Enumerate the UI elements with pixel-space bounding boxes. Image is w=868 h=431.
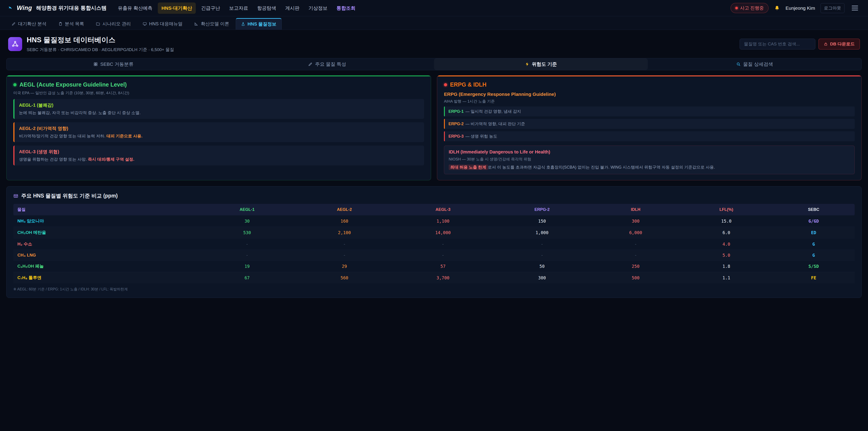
db-download-button[interactable]: DB 다운로드 <box>818 39 860 50</box>
aegl-panel-subtitle: 미국 EPA — 일반인 급성 노출 기준 (10분, 30분, 60분, 4시… <box>13 90 424 96</box>
aegl-level-3: AEGL-3 (생명 위협) 생명을 위협하는 건강 영향 또는 사망. 즉시 … <box>13 146 424 165</box>
section-tab-search[interactable]: 물질 상세검색 <box>648 58 862 70</box>
col-erpg2: ERPG-2 <box>493 204 591 215</box>
idlh-subtitle: NIOSH — 30분 노출 시 생명/건강에 즉각적 위험 <box>449 157 850 162</box>
erpg-level-3: ERPG-3— 생명 위험 농도 <box>444 131 855 141</box>
table-cell: 300 <box>591 215 680 227</box>
subtab-model-theory[interactable]: 확산모델 이론 <box>189 18 235 30</box>
table-cell: 30 <box>198 215 296 227</box>
section-tabbar: SEBC 거동분류 주요 물질 특성 위험도 기준 물질 상세검색 <box>6 58 862 70</box>
table-cell: 1,000 <box>493 227 591 239</box>
subtab-label: 분석 목록 <box>65 21 84 27</box>
table-cell: 150 <box>493 215 591 227</box>
table-cell: - <box>296 250 393 260</box>
section-tab-properties[interactable]: 주요 물질 특성 <box>220 58 434 70</box>
subtab-label: HNS 대응매뉴얼 <box>149 21 183 27</box>
erpg-level-1: ERPG-1— 일시적 건강 영향, 냄새 감지 <box>444 106 855 116</box>
idlh-title: IDLH (Immediately Dangerous to Life or H… <box>449 149 850 155</box>
table-row-methanol: CH₃OH 메탄올 530 2,100 14,000 1,000 6,000 6… <box>13 227 855 239</box>
table-cell: 1,100 <box>393 215 493 227</box>
nav-item-integrated-search[interactable]: 통합조회 <box>333 2 359 14</box>
table-cell: G <box>773 250 855 260</box>
aegl-level-2: AEGL-2 (비가역적 영향) 비가역적/장기적 건강 영향 또는 대피 능력… <box>13 122 424 142</box>
bolt-icon <box>525 62 529 66</box>
user-name[interactable]: Eunjeong Kim <box>785 5 815 11</box>
table-row-phenol: C₆H₅OH 페놀 19 29 57 50 250 1.8 S/SD <box>13 260 855 272</box>
section-tab-sebc[interactable]: SEBC 거동분류 <box>6 58 220 70</box>
page-title: HNS 물질정보 데이터베이스 <box>27 35 174 45</box>
table-cell: 250 <box>591 260 680 272</box>
section-tab-label: 물질 상세검색 <box>743 61 773 67</box>
subtab-hns-substance-info[interactable]: HNS 물질정보 <box>236 18 282 30</box>
logout-button[interactable]: 로그아웃 <box>820 3 844 13</box>
brand[interactable]: Wing 해양환경 위기대응 통합시스템 <box>8 4 107 11</box>
table-cell: - <box>493 250 591 260</box>
subtab-dispersion-analysis[interactable]: 대기확산 분석 <box>6 18 52 30</box>
app-title: 해양환경 위기대응 통합시스템 <box>36 4 107 11</box>
table-cell: 15.0 <box>680 215 773 227</box>
menu-icon[interactable] <box>850 4 860 12</box>
table-cell: 67 <box>198 272 296 284</box>
criteria-panels: AEGL (Acute Exposure Guideline Level) 미국… <box>6 75 862 180</box>
nav-item-reports[interactable]: 보고자료 <box>225 2 252 14</box>
substance-name: C₆H₅OH 페놀 <box>13 260 198 272</box>
grid-icon <box>93 62 98 66</box>
nav-item-aerial-search[interactable]: 항공탐색 <box>254 2 280 14</box>
nav-item-weather[interactable]: 기상정보 <box>305 2 331 14</box>
wing-logo-icon <box>8 5 14 11</box>
table-cell: 6,000 <box>591 227 680 239</box>
page-title-block: HNS 물질정보 데이터베이스 SEBC 거동분류 · CHRIS/CAMEO … <box>27 35 174 53</box>
subtab-label: HNS 물질정보 <box>248 21 276 27</box>
table-cell: 160 <box>296 215 393 227</box>
substance-name: C₇H₈ 톨루엔 <box>13 272 198 284</box>
aegl-level-desc: 비가역적/장기적 건강 영향 또는 대피 능력 저하. 대피 기준으로 사용. <box>19 133 420 139</box>
bell-icon[interactable] <box>774 5 780 11</box>
brand-logo-text: Wing <box>17 4 32 11</box>
col-aegl2: AEGL-2 <box>296 204 393 215</box>
molecule-icon <box>8 37 22 51</box>
db-download-label: DB 다운로드 <box>830 41 855 47</box>
table-cell: 50 <box>493 260 591 272</box>
lock-icon <box>824 42 828 46</box>
table-cell: - <box>296 239 393 250</box>
table-cell: 57 <box>393 260 493 272</box>
navbar-right: 사고 진행중 Eunjeong Kim 로그아웃 <box>731 3 860 13</box>
subtab-scenario-management[interactable]: 시나리오 관리 <box>91 18 136 30</box>
subtab-label: 대기확산 분석 <box>18 21 46 27</box>
table-cell: 19 <box>198 260 296 272</box>
folder-icon <box>96 22 100 26</box>
table-cell: 1.8 <box>680 260 773 272</box>
section-tab-label: SEBC 거동분류 <box>100 61 133 67</box>
table-cell: 560 <box>296 272 393 284</box>
aegl-level-title: AEGL-1 (불쾌감) <box>19 102 420 108</box>
section-tab-hazard-criteria[interactable]: 위험도 기준 <box>434 58 648 70</box>
search-icon <box>736 62 741 66</box>
aegl-level-title: AEGL-3 (생명 위협) <box>19 149 420 155</box>
top-navbar: Wing 해양환경 위기대응 통합시스템 유출유 확산예측 HNS·대기확산 긴… <box>0 0 868 16</box>
erpg-section-title: ERPG (Emergency Response Planning Guidel… <box>444 92 855 97</box>
table-cell: 6.0 <box>680 227 773 239</box>
table-cell: ED <box>773 227 855 239</box>
table-cell: 1.1 <box>680 272 773 284</box>
table-cell: - <box>493 239 591 250</box>
nav-item-hns-dispersion[interactable]: HNS·대기확산 <box>158 2 195 14</box>
search-input[interactable] <box>740 39 815 50</box>
incident-status-label: 사고 진행중 <box>740 5 764 11</box>
nav-item-spill-prediction[interactable]: 유출유 확산예측 <box>114 2 156 14</box>
nav-item-rescue[interactable]: 긴급구난 <box>197 2 224 14</box>
ruler-icon <box>194 22 198 26</box>
aegl-level-desc: 생명을 위협하는 건강 영향 또는 사망. 즉시 대피/통제 구역 설정. <box>19 156 420 162</box>
table-cell: - <box>393 239 493 250</box>
subtab-analysis-list[interactable]: 분석 목록 <box>53 18 90 30</box>
nav-item-board[interactable]: 게시판 <box>282 2 303 14</box>
table-panel-title: 주요 HNS 물질별 위험도 기준 비교 (ppm) <box>21 192 118 199</box>
status-dot-icon <box>735 7 738 9</box>
table-footnote: ※ AEGL: 60분 기준 / ERPG: 1시간 노출 / IDLH: 30… <box>13 287 855 292</box>
aegl-level-1: AEGL-1 (불쾌감) 눈에 띄는 불쾌감, 자극 또는 비감각적 증상. 노… <box>13 99 424 119</box>
aegl-panel-header: AEGL (Acute Exposure Guideline Level) <box>13 81 424 88</box>
subtab-label: 시나리오 관리 <box>102 21 131 27</box>
section-tab-label: 주요 물질 특성 <box>315 61 346 67</box>
incident-status-badge[interactable]: 사고 진행중 <box>731 3 769 13</box>
subtab-hns-manual[interactable]: HNS 대응매뉴얼 <box>137 18 188 30</box>
aegl-panel: AEGL (Acute Exposure Guideline Level) 미국… <box>6 75 431 180</box>
